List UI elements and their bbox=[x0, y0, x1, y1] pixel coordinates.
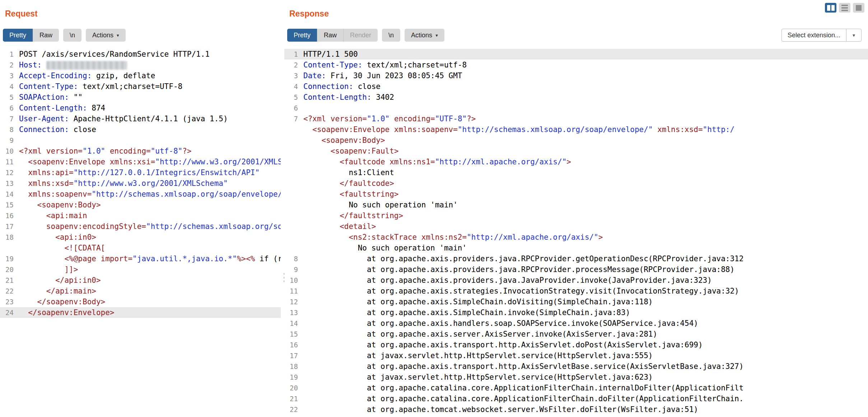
code-line[interactable]: 8Connection: close bbox=[0, 124, 281, 135]
response-tab-render[interactable]: Render bbox=[343, 29, 378, 42]
code-line[interactable]: 18 at org.apache.axis.transport.http.Axi… bbox=[284, 361, 868, 372]
code-token: at org.apache.axis.transport.http.AxisSe… bbox=[303, 362, 743, 371]
code-line[interactable]: <faultcode xmlns:ns1="http://xml.apache.… bbox=[284, 156, 868, 167]
code-line[interactable]: 15 <soapenv:Body> bbox=[0, 200, 281, 210]
code-line[interactable]: </faultcode> bbox=[284, 178, 868, 189]
code-line[interactable]: 14 xmlns:soapenv="http://schemas.xmlsoap… bbox=[0, 189, 281, 200]
code-line[interactable]: 2Host: bbox=[0, 60, 281, 70]
code-line[interactable]: 21 </api:in0> bbox=[0, 275, 281, 286]
code-line[interactable]: 15 at org.apache.axis.server.AxisServer.… bbox=[284, 329, 868, 339]
code-token: close bbox=[353, 82, 381, 91]
code-line[interactable]: 1HTTP/1.1 500 bbox=[284, 49, 868, 60]
code-text: at org.apache.axis.transport.http.AxisSe… bbox=[298, 341, 703, 349]
code-line[interactable]: 8 at org.apache.axis.providers.java.RPCP… bbox=[284, 253, 868, 264]
code-line[interactable]: 22 at org.apache.tomcat.websocket.server… bbox=[284, 404, 868, 415]
code-line[interactable]: <soapenv:Body> bbox=[284, 135, 868, 146]
code-line[interactable]: 6Content-Length: 874 bbox=[0, 103, 281, 113]
code-line[interactable]: 3Accept-Encoding: gzip, deflate bbox=[0, 70, 281, 81]
code-line[interactable]: 1POST /axis/services/RandomService HTTP/… bbox=[0, 49, 281, 60]
response-actions-button[interactable]: Actions ▾ bbox=[405, 29, 444, 42]
code-text: at org.apache.axis.handlers.soap.SOAPSer… bbox=[298, 319, 698, 328]
code-line[interactable]: 17 at javax.servlet.http.HttpServlet.ser… bbox=[284, 350, 868, 361]
single-layout-icon[interactable] bbox=[853, 3, 864, 13]
code-line[interactable]: 13 xmlns:xsd="http://www.w3.org/2001/XML… bbox=[0, 178, 281, 189]
code-line[interactable]: 6 bbox=[284, 103, 868, 113]
code-line[interactable]: 13 at org.apache.axis.SimpleChain.invoke… bbox=[284, 307, 868, 318]
code-line[interactable]: 3Date: Fri, 30 Jun 2023 08:05:45 GMT bbox=[284, 70, 868, 81]
code-token: "http://127.0.0.1/Integrics/Enswitch/API… bbox=[74, 168, 260, 177]
code-line[interactable]: No such operation 'main' bbox=[284, 243, 868, 253]
panel-splitter[interactable]: ⋮ bbox=[281, 0, 284, 417]
code-text: <?xml version="1.0" encoding="UTF-8"?> bbox=[298, 114, 476, 123]
code-line[interactable]: <ns2:stackTrace xmlns:ns2="http://xml.ap… bbox=[284, 232, 868, 243]
code-line[interactable]: 22 </api:main> bbox=[0, 286, 281, 296]
code-line[interactable]: 10<?xml version="1.0" encoding="utf-8"?> bbox=[0, 146, 281, 156]
select-extension-label: Select extension... bbox=[782, 32, 846, 39]
code-line[interactable]: 5Content-Length: 3402 bbox=[284, 92, 868, 103]
code-token: xmlns:api= bbox=[19, 168, 74, 177]
code-line[interactable]: 10 at org.apache.axis.providers.java.Jav… bbox=[284, 275, 868, 286]
response-title: Response bbox=[284, 0, 868, 18]
code-line[interactable]: 18 <api:in0> bbox=[0, 232, 281, 243]
response-tab-pretty[interactable]: Pretty bbox=[287, 29, 317, 42]
code-line[interactable]: <soapenv:Envelope xmlns:soapenv="http://… bbox=[284, 124, 868, 135]
code-token: text/xml;charset=utf-8 bbox=[362, 61, 467, 69]
code-token: xmlns:xsd= bbox=[19, 179, 74, 188]
code-line[interactable]: 11 at org.apache.axis.strategies.Invocat… bbox=[284, 286, 868, 296]
code-line[interactable]: ns1:Client bbox=[284, 167, 868, 178]
code-token: "UTF-8" bbox=[435, 114, 467, 123]
code-line[interactable]: <soapenv:Fault> bbox=[284, 146, 868, 156]
code-line[interactable]: <faultstring> bbox=[284, 189, 868, 200]
request-tab-newline[interactable]: \n bbox=[63, 29, 81, 42]
code-line[interactable]: 20 ]]> bbox=[0, 264, 281, 275]
code-line[interactable]: 20 at org.apache.catalina.core.Applicati… bbox=[284, 383, 868, 393]
code-text: at org.apache.axis.providers.java.RPCPro… bbox=[298, 265, 734, 274]
code-line[interactable]: </faultstring> bbox=[284, 210, 868, 221]
code-token: <api:main bbox=[19, 211, 87, 220]
code-line[interactable]: 16 at org.apache.axis.transport.http.Axi… bbox=[284, 339, 868, 350]
code-text: <soapenv:Body> bbox=[14, 201, 101, 209]
code-line[interactable]: 17 soapenv:encodingStyle="http://schemas… bbox=[0, 221, 281, 232]
code-line[interactable]: 2Content-Type: text/xml;charset=utf-8 bbox=[284, 60, 868, 70]
code-text: Accept-Encoding: gzip, deflate bbox=[14, 71, 155, 80]
code-line[interactable]: 24 </soapenv:Envelope> bbox=[0, 307, 281, 318]
code-line[interactable]: <![CDATA[ bbox=[0, 243, 281, 253]
code-token: "http://schemas.xmlsoap.org/soap/envelop… bbox=[92, 190, 281, 198]
code-line[interactable]: No such operation 'main' bbox=[284, 200, 868, 210]
code-token: Host: bbox=[19, 61, 42, 69]
code-line[interactable]: 19 <%@page import="java.util.*,java.io.*… bbox=[0, 253, 281, 264]
stacked-layout-icon[interactable] bbox=[839, 3, 850, 13]
code-line[interactable]: 9 at org.apache.axis.providers.java.RPCP… bbox=[284, 264, 868, 275]
code-line[interactable]: <detail> bbox=[284, 221, 868, 232]
response-tab-raw[interactable]: Raw bbox=[317, 29, 343, 42]
line-number: 8 bbox=[0, 126, 14, 133]
code-line[interactable]: 7User-Agent: Apache-HttpClient/4.1.1 (ja… bbox=[0, 113, 281, 124]
code-line[interactable]: 12 xmlns:api="http://127.0.0.1/Integrics… bbox=[0, 167, 281, 178]
code-token: Date: bbox=[303, 71, 326, 80]
code-line[interactable]: 4Content-Type: text/xml;charset=UTF-8 bbox=[0, 81, 281, 92]
code-line[interactable]: 9 bbox=[0, 135, 281, 146]
select-extension-dropdown[interactable]: Select extension... ▾ bbox=[781, 29, 862, 42]
columns-layout-icon[interactable] bbox=[825, 3, 836, 13]
code-line[interactable]: 14 at org.apache.axis.handlers.soap.SOAP… bbox=[284, 318, 868, 329]
response-editor[interactable]: 1HTTP/1.1 5002Content-Type: text/xml;cha… bbox=[284, 49, 868, 415]
code-token: No such operation 'main' bbox=[303, 244, 467, 252]
chevron-down-icon: ▾ bbox=[846, 29, 861, 41]
code-line[interactable]: 21 at org.apache.catalina.core.Applicati… bbox=[284, 393, 868, 404]
response-tab-newline[interactable]: \n bbox=[382, 29, 400, 42]
code-line[interactable]: 4Connection: close bbox=[284, 81, 868, 92]
code-line[interactable]: 5SOAPAction: "" bbox=[0, 92, 281, 103]
code-line[interactable]: 11 <soapenv:Envelope xmlns:xsi="http://w… bbox=[0, 156, 281, 167]
code-text: at org.apache.axis.strategies.Invocation… bbox=[298, 287, 739, 295]
code-line[interactable]: 23 </soapenv:Body> bbox=[0, 296, 281, 307]
request-actions-button[interactable]: Actions ▾ bbox=[86, 29, 126, 42]
request-tab-raw[interactable]: Raw bbox=[33, 29, 59, 42]
code-line[interactable]: 19 at javax.servlet.http.HttpServlet.ser… bbox=[284, 372, 868, 383]
code-text: Host: bbox=[14, 61, 127, 70]
request-editor[interactable]: 1POST /axis/services/RandomService HTTP/… bbox=[0, 49, 281, 318]
request-tab-pretty[interactable]: Pretty bbox=[3, 29, 33, 42]
code-line[interactable]: 12 at org.apache.axis.SimpleChain.doVisi… bbox=[284, 296, 868, 307]
code-token: ?> bbox=[182, 147, 191, 155]
code-line[interactable]: 7<?xml version="1.0" encoding="UTF-8"?> bbox=[284, 113, 868, 124]
code-line[interactable]: 16 <api:main bbox=[0, 210, 281, 221]
